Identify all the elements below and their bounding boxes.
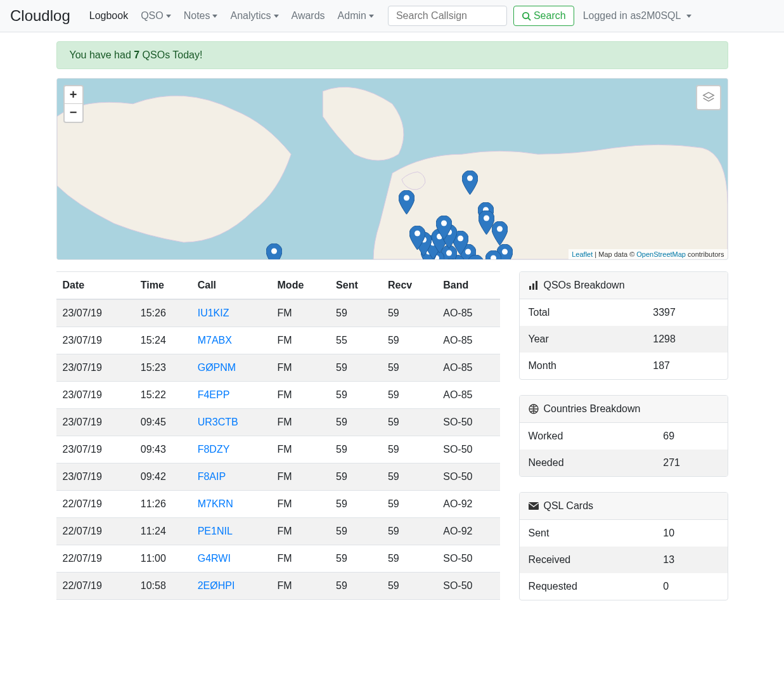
col-sent: Sent bbox=[330, 272, 382, 300]
callsign-link[interactable]: M7ABX bbox=[198, 335, 232, 346]
stat-row: Needed271 bbox=[520, 450, 728, 476]
search-input[interactable] bbox=[388, 6, 507, 26]
svg-rect-33 bbox=[529, 502, 539, 510]
nav-qso[interactable]: QSO bbox=[134, 5, 177, 27]
stat-row: Worked69 bbox=[520, 423, 728, 450]
layers-icon bbox=[702, 91, 716, 105]
nav-items: LogbookQSO Notes Analytics AwardsAdmin bbox=[83, 5, 380, 27]
map-marker[interactable] bbox=[485, 250, 501, 260]
callsign-link[interactable]: F8DZY bbox=[198, 444, 230, 455]
col-date: Date bbox=[56, 272, 134, 300]
table-row[interactable]: 23/07/1915:23GØPNMFM5959AO-85 bbox=[56, 354, 500, 382]
map-marker[interactable] bbox=[399, 190, 414, 217]
card-countries-breakdown: Countries Breakdown Worked69Needed271 bbox=[519, 395, 728, 477]
map-marker[interactable] bbox=[462, 171, 478, 197]
login-dropdown[interactable]: Logged in as 2M0SQL bbox=[583, 10, 691, 22]
table-row[interactable]: 23/07/1909:43F8DZYFM5959SO-50 bbox=[56, 436, 500, 463]
zoom-in-button[interactable]: + bbox=[65, 86, 82, 104]
search-icon bbox=[522, 11, 531, 21]
svg-line-1 bbox=[528, 18, 530, 20]
svg-point-15 bbox=[458, 236, 463, 242]
leaflet-link[interactable]: Leaflet bbox=[572, 250, 593, 258]
chevron-down-icon bbox=[686, 15, 691, 18]
svg-rect-29 bbox=[529, 286, 531, 290]
callsign-link[interactable]: GØPNM bbox=[198, 362, 236, 373]
card-header: QSL Cards bbox=[520, 493, 728, 520]
callsign-link[interactable]: F4EPP bbox=[198, 389, 230, 400]
chevron-down-icon bbox=[166, 15, 171, 18]
table-row[interactable]: 22/07/1911:26M7KRNFM5959AO-92 bbox=[56, 491, 500, 518]
svg-point-14 bbox=[454, 259, 459, 260]
svg-point-8 bbox=[497, 226, 503, 232]
table-row[interactable]: 23/07/1909:42F8AIPFM5959SO-50 bbox=[56, 463, 500, 491]
sidebar: QSOs Breakdown Total3397Year1298Month187… bbox=[519, 271, 728, 616]
map-marker[interactable] bbox=[409, 226, 425, 252]
callsign-link[interactable]: M7KRN bbox=[198, 498, 233, 509]
table-row[interactable]: 22/07/1910:582EØHPIFM5959SO-50 bbox=[56, 573, 500, 600]
stat-row: Received13 bbox=[520, 547, 728, 573]
map-marker[interactable] bbox=[443, 259, 459, 260]
qso-table: DateTimeCallModeSentRecvBand 23/07/1915:… bbox=[56, 271, 500, 600]
zoom-control: + − bbox=[63, 85, 84, 123]
col-call: Call bbox=[191, 272, 271, 300]
stat-row: Year1298 bbox=[520, 326, 728, 353]
card-qsl-cards: QSL Cards Sent10Received13Requested0 bbox=[519, 492, 728, 600]
col-mode: Mode bbox=[271, 272, 330, 300]
table-row[interactable]: 23/07/1915:22F4EPPFM5959AO-85 bbox=[56, 382, 500, 409]
svg-point-9 bbox=[502, 249, 508, 254]
callsign-link[interactable]: PE1NIL bbox=[198, 526, 233, 536]
search-button[interactable]: Search bbox=[513, 6, 574, 26]
chevron-down-icon bbox=[212, 15, 217, 18]
svg-rect-30 bbox=[532, 283, 534, 290]
zoom-out-button[interactable]: − bbox=[65, 104, 82, 122]
osm-link[interactable]: OpenStreetMap bbox=[636, 250, 686, 258]
chevron-down-icon bbox=[369, 15, 374, 18]
callsign-link[interactable]: F8AIP bbox=[198, 471, 226, 482]
layers-button[interactable] bbox=[696, 85, 721, 110]
brand: Cloudlog bbox=[10, 7, 70, 25]
callsign-link[interactable]: UR3CTB bbox=[198, 417, 238, 427]
map-marker[interactable] bbox=[266, 243, 282, 260]
col-recv: Recv bbox=[382, 272, 437, 300]
col-band: Band bbox=[437, 272, 499, 300]
col-time: Time bbox=[134, 272, 191, 300]
map-marker[interactable] bbox=[468, 255, 484, 260]
map-marker[interactable] bbox=[436, 216, 452, 242]
stat-row: Month187 bbox=[520, 353, 728, 379]
card-header: Countries Breakdown bbox=[520, 396, 728, 423]
table-row[interactable]: 23/07/1915:26IU1KIZFM5959AO-85 bbox=[56, 299, 500, 327]
stat-row: Total3397 bbox=[520, 299, 728, 326]
callsign-link[interactable]: 2EØHPI bbox=[198, 580, 235, 591]
alert-qsos-today: You have had 7 QSOs Today! bbox=[56, 41, 728, 69]
stat-row: Sent10 bbox=[520, 520, 728, 547]
svg-point-3 bbox=[271, 248, 277, 254]
nav-admin[interactable]: Admin bbox=[331, 5, 380, 27]
card-header: QSOs Breakdown bbox=[520, 272, 728, 299]
callsign-link[interactable]: IU1KIZ bbox=[198, 308, 229, 318]
callsign-link[interactable]: G4RWI bbox=[198, 553, 231, 564]
table-row[interactable]: 23/07/1909:45UR3CTBFM5959SO-50 bbox=[56, 409, 500, 436]
table-header-row: DateTimeCallModeSentRecvBand bbox=[56, 272, 500, 300]
nav-awards[interactable]: Awards bbox=[285, 5, 331, 27]
table-row[interactable]: 22/07/1911:00G4RWIFM5959SO-50 bbox=[56, 545, 500, 573]
svg-point-5 bbox=[467, 175, 473, 181]
map-tiles bbox=[57, 79, 728, 259]
svg-point-13 bbox=[473, 259, 479, 260]
svg-point-0 bbox=[523, 12, 529, 18]
qso-table-area: DateTimeCallModeSentRecvBand 23/07/1915:… bbox=[56, 271, 500, 600]
card-qsos-breakdown: QSOs Breakdown Total3397Year1298Month187 bbox=[519, 271, 728, 380]
nav-logbook[interactable]: Logbook bbox=[83, 5, 134, 27]
table-row[interactable]: 23/07/1915:24M7ABXFM5559AO-85 bbox=[56, 327, 500, 354]
globe-icon bbox=[529, 404, 539, 414]
table-row[interactable]: 22/07/1911:24PE1NILFM5959AO-92 bbox=[56, 518, 500, 545]
nav-analytics[interactable]: Analytics bbox=[224, 5, 285, 27]
map-attribution: Leaflet | Map data © OpenStreetMap contr… bbox=[569, 249, 727, 259]
chevron-down-icon bbox=[274, 15, 279, 18]
svg-rect-31 bbox=[536, 281, 537, 290]
map[interactable]: + − Leaflet | Map data © OpenStreetMap c… bbox=[56, 78, 728, 260]
navbar: Cloudlog LogbookQSO Notes Analytics Awar… bbox=[0, 0, 784, 32]
svg-point-4 bbox=[404, 195, 409, 200]
nav-notes[interactable]: Notes bbox=[177, 5, 224, 27]
chart-icon bbox=[529, 280, 539, 290]
svg-marker-28 bbox=[703, 93, 714, 98]
